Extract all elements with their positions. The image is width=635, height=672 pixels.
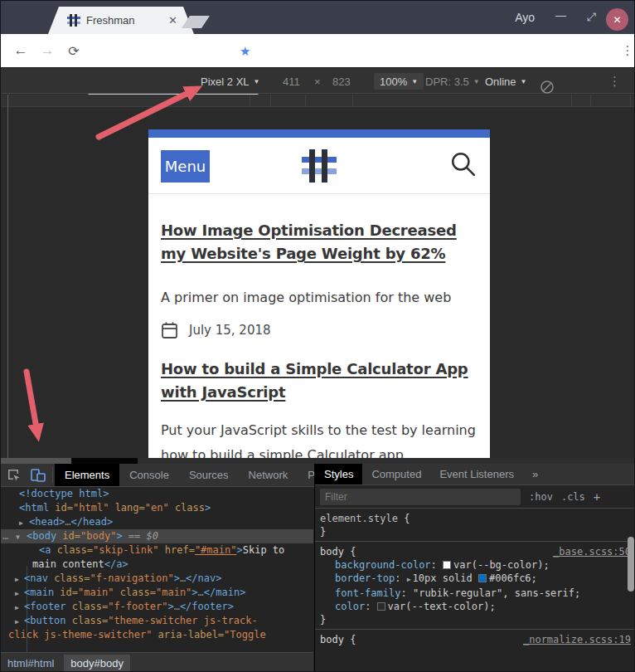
devtools-panel: ElementsConsoleSourcesNetworkPerformance… xyxy=(1,464,635,672)
device-toolbar-menu-icon[interactable]: ⋮ xyxy=(608,68,621,95)
sidebar-more-tabs-icon[interactable]: » xyxy=(523,464,547,485)
expand-icon[interactable]: ▶ xyxy=(15,587,19,601)
zoom-select[interactable]: 100%▼ xyxy=(374,73,424,90)
sidebar-tab-styles[interactable]: Styles xyxy=(315,464,362,485)
article-date: July 15, 2018 xyxy=(161,321,481,339)
caret-down-icon: ▼ xyxy=(521,78,527,85)
expand-icon[interactable]: ▶ xyxy=(15,615,19,629)
expand-icon[interactable]: ▶ xyxy=(15,572,19,587)
devtools-tab-network[interactable]: Network xyxy=(239,464,298,486)
expand-icon[interactable]: ▶ xyxy=(15,601,19,615)
dom-breadcrumbs: html#html body#body xyxy=(1,652,313,672)
breadcrumb-html[interactable]: html#html xyxy=(1,655,61,672)
toolbar-divider xyxy=(52,467,53,483)
devtools-tab-console[interactable]: Console xyxy=(119,464,179,486)
css-property[interactable]: background-color: var(--bg-color); xyxy=(320,558,631,572)
article-excerpt: Put your JavaScript skills to the test b… xyxy=(161,418,490,458)
color-swatch[interactable] xyxy=(443,561,451,569)
dpr-select[interactable]: DPR: 3.5▼ xyxy=(425,68,480,95)
close-window-icon[interactable]: ✕ xyxy=(606,8,628,31)
caret-down-icon: ▼ xyxy=(473,78,480,85)
dom-tree-row[interactable]: <html id="html" lang="en" class> xyxy=(1,501,313,515)
title-bar: Freshman ✕ Ayo — ⤢ ✕ xyxy=(1,1,635,34)
dom-tree-row[interactable]: click js-theme-switcher" aria-label="Tog… xyxy=(1,628,313,642)
css-rule-header[interactable]: _normalize.scss:19body { xyxy=(320,633,631,646)
forward-icon[interactable]: → xyxy=(37,34,57,67)
ruler xyxy=(1,95,635,107)
styles-filter-input[interactable] xyxy=(320,489,521,505)
device-emulation-area: Menu How Image Optimisation Decreased my… xyxy=(1,95,635,464)
expand-icon[interactable]: ▶ xyxy=(19,516,23,530)
article-title-link[interactable]: How Image Optimisation Decreased my Webs… xyxy=(161,219,481,265)
profile-name[interactable]: Ayo xyxy=(515,11,535,24)
browser-window: Freshman ✕ Ayo — ⤢ ✕ ← → ⟳ Secure https:… xyxy=(0,0,635,672)
style-rules: element.style {}_base.scss:50body {backg… xyxy=(315,509,635,649)
dom-tree-row[interactable]: ▶<nav class="f-navigation">…</nav> xyxy=(1,572,313,586)
article-subtitle: A primer on image optimisation for the w… xyxy=(161,290,481,305)
page-top-border xyxy=(148,129,490,138)
stylesheet-source-link[interactable]: _normalize.scss:19 xyxy=(523,633,631,646)
new-style-rule-icon[interactable]: + xyxy=(594,490,600,504)
viewport-edge xyxy=(7,95,8,464)
dom-tree: <!doctype html><html id="html" lang="en"… xyxy=(1,487,313,652)
dom-tree-row[interactable]: ▶<head>…</head> xyxy=(1,515,313,529)
viewport-height[interactable]: 823 xyxy=(332,68,351,95)
devtools-tab-elements[interactable]: Elements xyxy=(55,464,119,486)
dom-tree-row[interactable]: ▶<button class="theme-switcher js-track- xyxy=(1,614,313,628)
device-toolbar: Pixel 2 XL▼ 411 × 823 100%▼ DPR: 3.5▼ On… xyxy=(1,67,635,94)
collapse-icon[interactable]: ▼ xyxy=(16,530,20,544)
back-icon[interactable]: ← xyxy=(11,34,31,67)
dimension-multiply: × xyxy=(314,68,321,95)
expand-shorthand-icon[interactable]: ▶ xyxy=(407,576,411,583)
viewport-scrollbar[interactable] xyxy=(1,458,635,464)
css-property[interactable]: font-family: "rubik-regular", sans-serif… xyxy=(320,587,631,600)
browser-tab[interactable]: Freshman ✕ xyxy=(48,7,194,34)
device-toolbar-toggle-icon[interactable] xyxy=(26,464,51,486)
dom-tree-row[interactable]: ▶<main id="main" class="main">…</main> xyxy=(1,586,313,600)
emulated-page: Menu How Image Optimisation Decreased my… xyxy=(148,129,490,458)
css-rule-header[interactable]: element.style { xyxy=(320,512,631,525)
caret-down-icon: ▼ xyxy=(254,78,260,85)
css-property[interactable]: color: var(--text-color); xyxy=(320,600,631,613)
sidebar-tab-event-listeners[interactable]: Event Listeners xyxy=(430,464,523,485)
stylesheet-source-link[interactable]: _base.scss:50 xyxy=(553,545,631,558)
article-title-link[interactable]: How to build a Simple Calculator App wit… xyxy=(161,358,481,404)
page-header: Menu xyxy=(148,138,490,194)
minimize-icon[interactable]: — xyxy=(555,9,566,22)
color-swatch[interactable] xyxy=(478,574,487,582)
styles-scrollbar[interactable] xyxy=(628,537,634,592)
browser-menu-icon[interactable]: ⋮ xyxy=(618,34,635,67)
dom-tree-row[interactable]: main content</a> xyxy=(1,558,313,572)
class-toggle[interactable]: .cls xyxy=(561,491,585,503)
color-swatch[interactable] xyxy=(377,602,385,611)
inspect-element-icon[interactable] xyxy=(1,464,26,486)
caret-down-icon: ▼ xyxy=(411,78,418,85)
styles-sidebar: StylesComputedEvent Listeners» :hov .cls… xyxy=(314,464,635,672)
device-select[interactable]: Pixel 2 XL▼ xyxy=(201,68,259,95)
search-icon[interactable] xyxy=(450,151,477,178)
reload-icon[interactable]: ⟳ xyxy=(64,34,84,67)
menu-button[interactable]: Menu xyxy=(161,150,210,183)
network-throttle-select[interactable]: Online▼ xyxy=(485,68,527,95)
site-logo-hash-icon[interactable] xyxy=(304,149,334,183)
dom-tree-row[interactable]: ▶<footer class="f-footer">…</footer> xyxy=(1,600,313,614)
css-property[interactable]: border-top: ▶10px solid #006fc6; xyxy=(320,572,631,587)
calendar-icon xyxy=(161,321,178,339)
viewport-width[interactable]: 411 xyxy=(283,68,300,95)
sidebar-tab-computed[interactable]: Computed xyxy=(362,464,430,485)
maximize-icon[interactable]: ⤢ xyxy=(587,10,596,24)
dom-tree-row[interactable]: <!doctype html> xyxy=(1,487,313,501)
sidebar-tabs: StylesComputedEvent Listeners» xyxy=(315,464,635,485)
tab-title: Freshman xyxy=(86,14,168,27)
devtools-tab-sources[interactable]: Sources xyxy=(179,464,239,486)
styles-filter-row: :hov .cls + xyxy=(315,485,635,509)
dom-tree-row[interactable]: <a class="skip-link" href="#main">Skip t… xyxy=(1,543,313,558)
css-rule-header[interactable]: _base.scss:50body { xyxy=(320,545,631,558)
dom-tree-row[interactable]: …▼<body id="body"> == $0 xyxy=(1,529,313,543)
pseudo-state-toggle[interactable]: :hov xyxy=(529,491,553,503)
tab-close-icon[interactable]: ✕ xyxy=(168,15,177,26)
breadcrumb-body[interactable]: body#body xyxy=(64,655,130,672)
bookmark-star-icon[interactable]: ★ xyxy=(240,44,250,59)
address-bar: ← → ⟳ Secure https://fresh... ★ HN ⌄ 1 xyxy=(1,34,635,67)
favicon-hash-icon xyxy=(68,14,80,27)
